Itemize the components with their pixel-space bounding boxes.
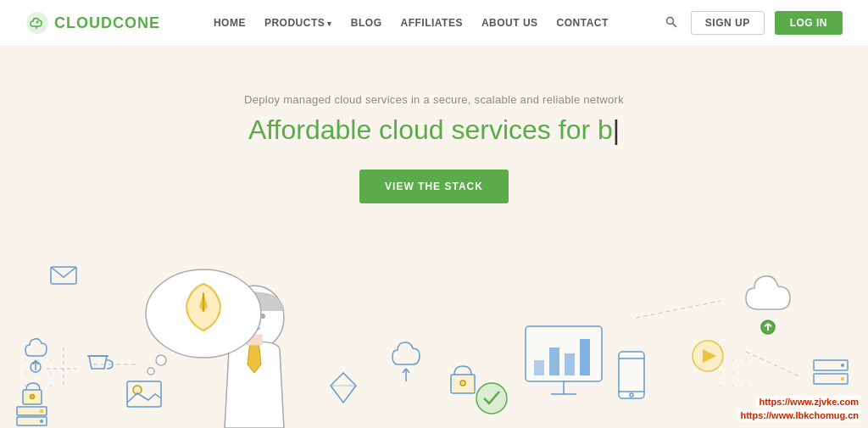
main-nav: HOME PRODUCTS ▾ BLOG AFFILIATES ABOUT US… <box>214 17 609 29</box>
svg-point-15 <box>745 359 748 362</box>
nav-blog[interactable]: BLOG <box>351 17 382 29</box>
svg-point-9 <box>50 372 53 375</box>
svg-point-75 <box>476 383 507 414</box>
svg-point-28 <box>31 395 35 399</box>
cloudcone-logo-icon <box>25 11 49 35</box>
svg-point-7 <box>25 372 27 375</box>
login-button[interactable]: LOG IN <box>775 11 843 35</box>
hero-title-cursor: | <box>613 114 620 145</box>
svg-point-31 <box>40 409 43 413</box>
signup-button[interactable]: SIGN UP <box>691 11 765 35</box>
svg-point-2 <box>666 17 673 24</box>
nav-home[interactable]: HOME <box>214 17 246 29</box>
search-icon <box>665 16 677 28</box>
svg-rect-60 <box>549 347 559 375</box>
hero-subtitle: Deploy managed cloud services in a secur… <box>0 93 868 106</box>
nav-products[interactable]: PRODUCTS ▾ <box>264 17 332 29</box>
svg-rect-61 <box>565 353 575 375</box>
svg-line-3 <box>672 23 676 27</box>
site-header: CLOUDCONE HOME PRODUCTS ▾ BLOG AFFILIATE… <box>0 0 868 47</box>
nav-about-us[interactable]: ABOUT US <box>481 17 538 29</box>
svg-point-20 <box>732 385 735 387</box>
svg-point-72 <box>841 377 844 381</box>
hero-content: Deploy managed cloud services in a secur… <box>0 47 868 203</box>
header-actions: SIGN UP LOG IN <box>662 11 843 35</box>
svg-point-41 <box>156 355 166 365</box>
svg-point-18 <box>745 372 748 375</box>
svg-point-19 <box>720 385 722 387</box>
svg-point-16 <box>720 372 722 375</box>
nav-contact[interactable]: CONTACT <box>557 17 609 29</box>
watermark-line2: https://www.lbkchomug.cn <box>737 409 861 421</box>
products-chevron-icon: ▾ <box>325 19 332 28</box>
svg-rect-59 <box>534 360 544 375</box>
svg-point-21 <box>745 385 748 387</box>
svg-point-14 <box>732 359 735 362</box>
svg-point-1 <box>36 21 39 24</box>
hero-title-text: Affordable cloud services for b <box>248 114 613 145</box>
hero-section: Deploy managed cloud services in a secur… <box>0 47 868 428</box>
hero-title: Affordable cloud services for b| <box>0 114 868 146</box>
svg-point-32 <box>40 420 43 423</box>
nav-affiliates[interactable]: AFFILIATES <box>400 17 462 29</box>
view-stack-button[interactable]: VIEW THE STACK <box>359 170 509 203</box>
svg-point-4 <box>25 359 27 362</box>
svg-point-50 <box>460 381 465 386</box>
watermark: https://www.zjvke.com https://www.lbkcho… <box>737 396 861 421</box>
logo[interactable]: CLOUDCONE <box>25 11 160 35</box>
logo-text: CLOUDCONE <box>54 14 160 32</box>
svg-marker-44 <box>331 373 356 403</box>
svg-point-42 <box>147 368 154 375</box>
svg-line-77 <box>636 301 721 318</box>
svg-point-5 <box>37 359 40 362</box>
svg-point-71 <box>841 364 844 367</box>
watermark-line1: https://www.zjvke.com <box>756 396 861 408</box>
svg-point-6 <box>50 359 53 362</box>
svg-rect-62 <box>580 339 590 375</box>
svg-point-17 <box>732 372 735 375</box>
svg-line-78 <box>746 352 801 377</box>
svg-point-12 <box>50 385 53 387</box>
search-button[interactable] <box>662 13 681 34</box>
